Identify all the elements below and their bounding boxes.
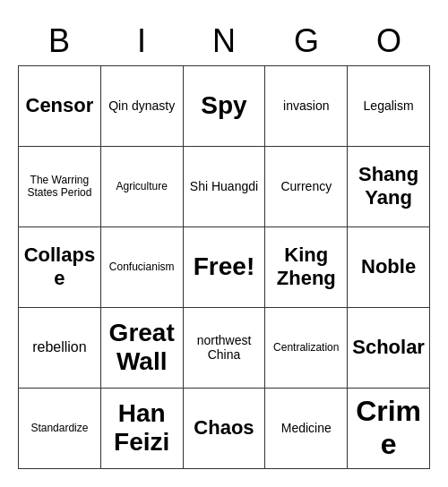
table-cell: invasion (265, 65, 348, 146)
table-cell: Confucianism (100, 226, 183, 307)
table-cell: Agriculture (100, 146, 183, 226)
table-row: StandardizeHan FeiziChaosMedicineCrime (19, 388, 430, 468)
table-cell: Standardize (19, 388, 101, 468)
table-cell: Qin dynasty (100, 65, 183, 146)
table-cell: The Warring States Period (19, 146, 101, 226)
table-cell: Currency (265, 146, 348, 226)
table-cell: Great Wall (100, 307, 183, 388)
bingo-grid: CensorQin dynastySpyinvasionLegalismThe … (18, 65, 430, 469)
table-cell: rebellion (19, 307, 101, 388)
table-cell: Centralization (265, 307, 348, 388)
table-cell: Legalism (348, 65, 430, 146)
header-b: B (18, 19, 100, 64)
table-cell: Free! (183, 226, 265, 307)
table-cell: Medicine (265, 388, 348, 468)
table-cell: Chaos (183, 388, 265, 468)
table-cell: Censor (19, 65, 101, 146)
header-o: O (348, 19, 430, 64)
table-cell: Han Feizi (100, 388, 183, 468)
header-g: G (265, 19, 348, 64)
table-cell: Noble (348, 226, 430, 307)
table-cell: Spy (183, 65, 265, 146)
bingo-card: B I N G O CensorQin dynastySpyinvasionLe… (18, 19, 430, 469)
table-cell: northwest China (183, 307, 265, 388)
table-cell: Shi Huangdi (183, 146, 265, 226)
table-cell: King Zheng (265, 226, 348, 307)
table-cell: Collapse (19, 226, 101, 307)
bingo-header: B I N G O (18, 19, 430, 64)
table-row: The Warring States PeriodAgricultureShi … (19, 146, 430, 226)
table-row: CensorQin dynastySpyinvasionLegalism (19, 65, 430, 146)
table-cell: Crime (348, 388, 430, 468)
table-cell: Scholar (348, 307, 430, 388)
table-row: rebellionGreat Wallnorthwest ChinaCentra… (19, 307, 430, 388)
table-row: CollapseConfucianismFree!King ZhengNoble (19, 226, 430, 307)
header-n: N (183, 19, 265, 64)
header-i: I (100, 19, 183, 64)
table-cell: Shang Yang (348, 146, 430, 226)
